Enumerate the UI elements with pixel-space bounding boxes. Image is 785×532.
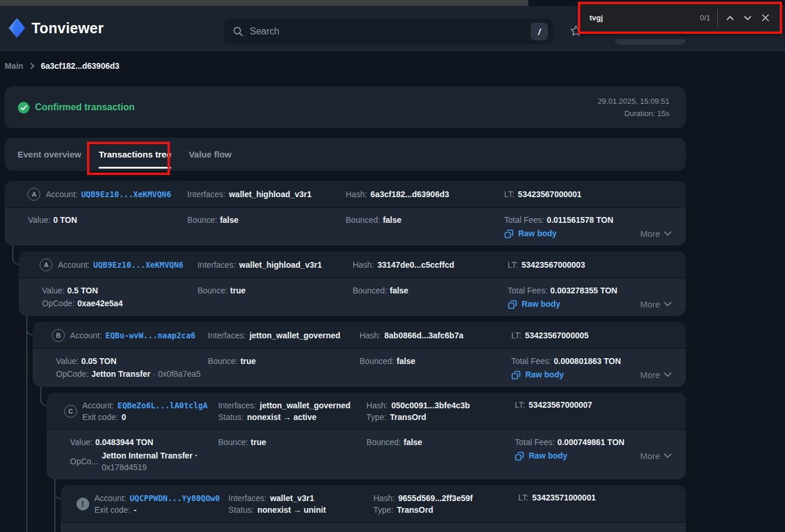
interfaces-value: jetton_wallet_governed — [249, 330, 340, 341]
bounced-label: Bounced: — [353, 286, 387, 295]
transaction-duration: Duration: 15s — [598, 107, 669, 120]
interfaces-label: Interfaces: — [187, 188, 225, 200]
bounce-value: true — [230, 286, 245, 295]
value-amount: 0.5 TON — [67, 286, 98, 295]
hash-value: 33147de0...c5ccffcd — [378, 259, 455, 271]
type-label: Type: — [367, 411, 386, 423]
tree-connector — [26, 316, 27, 532]
confirmed-transaction-label: Confirmed transaction — [35, 102, 135, 113]
opcode-label: OpCo... — [70, 456, 98, 468]
type-value: TransOrd — [390, 411, 426, 423]
lt-label: LT: — [511, 330, 522, 341]
find-previous-button[interactable] — [721, 8, 739, 28]
transaction-card: A Account: UQB9Ez10...XeKMVQN6 Interface… — [5, 181, 686, 246]
type-label: Type: — [374, 504, 393, 516]
bounce-label: Bounce: — [187, 215, 217, 225]
account-link[interactable]: EQBu-wvW...naap2ca6 — [106, 330, 196, 341]
brand-logo-group[interactable]: Tonviewer — [8, 18, 104, 38]
value-label: Value: — [42, 286, 65, 295]
more-button[interactable]: More — [640, 228, 672, 240]
account-link[interactable]: UQB9Ez10...XeKMVQN6 — [93, 259, 183, 271]
lt-value: 53423567000007 — [529, 399, 592, 411]
more-button[interactable]: More — [640, 369, 672, 381]
account-link[interactable]: UQB9Ez10...XeKMVQN6 — [81, 188, 171, 200]
interfaces-label: Interfaces: — [218, 400, 256, 411]
brand-title: Tonviewer — [32, 20, 104, 37]
opcode-hex: · 0x0f8a7ea5 — [153, 369, 201, 379]
status-value: nonexist → active — [247, 411, 316, 423]
transactions-tree: A Account: UQB9Ez10...XeKMVQN6 Interface… — [5, 181, 686, 532]
opcode-value: Jetton Transfer — [92, 369, 151, 379]
find-close-button[interactable] — [756, 8, 774, 28]
raw-body-link[interactable]: Raw body — [515, 450, 567, 462]
hash-label: Hash: — [353, 259, 374, 271]
more-button[interactable]: More — [640, 298, 672, 310]
raw-body-label: Raw body — [525, 369, 564, 381]
value-label: Value: — [56, 356, 79, 366]
bounce-value: true — [251, 438, 266, 447]
account-link[interactable]: EQBeZo6L...lA0tclgA — [117, 400, 207, 411]
total-fees-label: Total Fees: — [515, 438, 554, 447]
raw-body-link[interactable]: Raw body — [508, 298, 560, 310]
header-button-partial[interactable] — [615, 39, 686, 45]
exit-code-value: 0 — [121, 411, 126, 423]
copy-icon — [511, 370, 521, 380]
close-icon — [761, 13, 770, 22]
more-label: More — [640, 298, 660, 310]
tab-transactions-tree[interactable]: Transactions tree — [99, 138, 171, 171]
status-label: Status: — [218, 411, 244, 423]
search-shortcut-badge: / — [531, 23, 548, 40]
tab-value-flow[interactable]: Value flow — [189, 138, 231, 171]
exit-code-value: - — [134, 504, 137, 516]
chevron-down-icon — [664, 453, 672, 459]
hash-label: Hash: — [374, 492, 395, 504]
interfaces-label: Interfaces: — [208, 330, 246, 341]
tx-badge: B — [52, 329, 65, 342]
total-fees-value: 0.003278355 TON — [550, 286, 617, 295]
opcode-value: Jetton Internal Transfer · — [102, 451, 197, 460]
tab-event-overview[interactable]: Event overview — [18, 138, 81, 171]
find-bar-divider — [717, 9, 718, 27]
total-fees-label: Total Fees: — [508, 286, 547, 295]
more-label: More — [640, 228, 660, 240]
breadcrumb: Main 6a3cf182...d63906d3 — [5, 61, 686, 71]
transaction-status-banner: Confirmed transaction 29.01.2025, 15:09:… — [5, 86, 686, 128]
interfaces-value: jetton_wallet_governed — [260, 400, 351, 411]
lt-value: 53423567000001 — [518, 188, 581, 200]
find-query-text[interactable]: tvgj — [589, 13, 700, 22]
hash-label: Hash: — [367, 400, 388, 411]
total-fees-value: 0.000749861 TON — [557, 438, 624, 447]
lt-label: LT: — [515, 399, 525, 411]
bounce-label: Bounce: — [218, 438, 248, 447]
raw-body-link[interactable]: Raw body — [511, 369, 564, 381]
account-label: Account: — [82, 400, 114, 411]
find-next-button[interactable] — [739, 8, 756, 28]
copy-icon — [504, 229, 514, 239]
more-label: More — [640, 369, 660, 381]
account-link[interactable]: UQCPPWDN...Yy80QOw0 — [130, 492, 219, 504]
breadcrumb-current-hash: 6a3cf182...d63906d3 — [41, 61, 120, 71]
hash-label: Hash: — [346, 188, 367, 200]
transaction-card: B Account: EQBu-wvW...naap2ca6 Interface… — [33, 322, 686, 387]
opcode-label: OpCode: — [42, 299, 75, 308]
value-amount: 0.05 TON — [81, 356, 116, 366]
status-label: Status: — [228, 504, 254, 516]
interfaces-label: Interfaces: — [197, 259, 235, 271]
transaction-timestamp: 29.01.2025, 15:09:51 — [598, 95, 669, 107]
breadcrumb-main-link[interactable]: Main — [5, 61, 23, 71]
raw-body-label: Raw body — [522, 298, 560, 310]
chevron-down-icon — [743, 13, 752, 23]
lt-label: LT: — [504, 188, 515, 200]
search-input[interactable]: Search / — [224, 19, 554, 44]
bounced-label: Bounced: — [367, 438, 401, 447]
raw-body-link[interactable]: Raw body — [504, 228, 557, 240]
total-fees-label: Total Fees: — [511, 356, 551, 366]
more-label: More — [640, 450, 660, 462]
more-button[interactable]: More — [640, 450, 672, 462]
value-label: Value: — [28, 215, 51, 225]
bounce-value: true — [240, 356, 256, 366]
tx-badge: A — [40, 258, 53, 271]
hash-value: 9655d569...2ff3e59f — [398, 492, 473, 504]
tab-label: Event overview — [18, 149, 81, 159]
active-tab-underline — [99, 167, 171, 169]
